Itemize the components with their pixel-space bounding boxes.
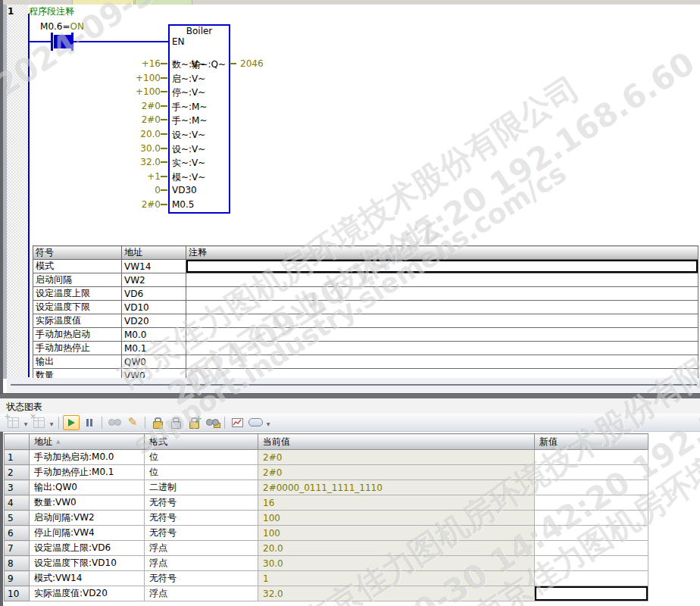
symbol-cell[interactable]: 启动间隔 bbox=[33, 273, 122, 287]
comment-cell[interactable] bbox=[186, 287, 698, 301]
current-value-column-header[interactable]: 当前值 bbox=[258, 434, 535, 450]
symbol-cell[interactable]: 设定温度上限 bbox=[33, 287, 122, 301]
comment-header[interactable]: 注释 bbox=[186, 246, 698, 260]
address-cell[interactable]: 设定温度上限:VD6 bbox=[30, 541, 145, 556]
corner-header bbox=[5, 434, 30, 450]
unforce-icon bbox=[171, 421, 181, 429]
bookmark-dropdown[interactable] bbox=[265, 417, 271, 428]
address-cell[interactable]: VD10 bbox=[122, 301, 186, 314]
output-value: 2046 bbox=[240, 58, 264, 69]
address-cell[interactable]: 手动加热启动:M0.0 bbox=[30, 450, 145, 465]
read-forced-button[interactable] bbox=[204, 415, 220, 430]
symbol-cell[interactable]: 手动加热启动 bbox=[33, 328, 122, 342]
symbol-cell[interactable]: 设定温度下限 bbox=[33, 301, 122, 314]
format-cell[interactable]: 二进制 bbox=[145, 480, 258, 495]
address-cell[interactable]: 实际温度值:VD20 bbox=[30, 586, 145, 601]
address-cell[interactable]: VD6 bbox=[122, 287, 186, 301]
row-number[interactable]: 2 bbox=[5, 465, 30, 480]
format-cell[interactable]: 无符号 bbox=[145, 511, 258, 526]
row-number[interactable]: 8 bbox=[5, 556, 30, 571]
format-cell[interactable]: 浮点 bbox=[145, 541, 258, 556]
insert-row-dropdown[interactable] bbox=[23, 417, 29, 428]
new-value-cell[interactable] bbox=[535, 480, 648, 495]
row-number[interactable]: 6 bbox=[5, 526, 30, 541]
insert-row-button[interactable] bbox=[5, 415, 21, 430]
new-value-cell[interactable] bbox=[535, 556, 648, 571]
delete-row-dropdown[interactable] bbox=[48, 417, 55, 428]
address-cell[interactable]: 设定温度下限:VD10 bbox=[30, 556, 145, 571]
row-number[interactable]: 3 bbox=[5, 480, 30, 495]
address-cell[interactable]: 手动加热停止:M0.1 bbox=[30, 465, 145, 480]
new-value-cell[interactable] bbox=[535, 526, 648, 541]
row-number[interactable]: 1 bbox=[5, 450, 30, 465]
format-cell[interactable]: 无符号 bbox=[145, 571, 258, 586]
bookmark-button[interactable] bbox=[247, 415, 264, 430]
contact-energized-fill[interactable] bbox=[54, 35, 71, 48]
address-cell[interactable]: 输出:QW0 bbox=[30, 480, 145, 495]
row-number[interactable]: 5 bbox=[5, 511, 30, 526]
format-cell[interactable]: 浮点 bbox=[145, 556, 258, 571]
row-number[interactable]: 4 bbox=[5, 495, 30, 511]
chart-status-on-button[interactable] bbox=[63, 415, 80, 430]
pin-label: 模~:V~ bbox=[172, 171, 205, 184]
comment-cell[interactable] bbox=[186, 301, 698, 314]
format-cell[interactable]: 无符号 bbox=[145, 495, 258, 511]
address-cell[interactable]: M0.0 bbox=[122, 328, 186, 342]
pin-label: 手~:M~ bbox=[172, 114, 208, 127]
new-value-cell[interactable] bbox=[535, 495, 648, 511]
address-cell[interactable]: 模式:VW14 bbox=[30, 571, 145, 586]
block-en-pin-label: EN bbox=[172, 36, 185, 47]
pin-tick bbox=[161, 161, 167, 163]
new-value-cell[interactable] bbox=[535, 450, 648, 465]
symbol-cell[interactable]: 输出 bbox=[33, 355, 122, 369]
new-value-cell-selected[interactable] bbox=[535, 586, 648, 601]
format-cell[interactable]: 无符号 bbox=[145, 526, 258, 541]
row-number[interactable]: 7 bbox=[5, 541, 30, 556]
unforce-all-button[interactable]: + bbox=[186, 415, 202, 430]
address-cell[interactable]: VD20 bbox=[122, 314, 186, 328]
pin-value: +16 bbox=[91, 58, 161, 69]
write-button[interactable]: ✎ bbox=[124, 415, 141, 430]
new-value-cell[interactable] bbox=[535, 541, 648, 556]
pin-label: 设~:V~ bbox=[172, 143, 205, 156]
unforce-button[interactable] bbox=[167, 415, 184, 430]
address-cell[interactable]: 停止间隔:VW4 bbox=[30, 526, 145, 541]
address-header[interactable]: 地址 bbox=[122, 246, 186, 260]
trend-view-button[interactable] bbox=[229, 415, 245, 430]
format-cell[interactable]: 位 bbox=[145, 465, 258, 480]
symbol-cell[interactable]: 实际温度值 bbox=[33, 314, 122, 328]
format-column-header[interactable]: 格式 bbox=[145, 434, 258, 450]
symbol-header[interactable]: 符号 bbox=[33, 246, 122, 260]
new-value-cell[interactable] bbox=[535, 511, 648, 526]
comment-cell[interactable] bbox=[186, 273, 698, 287]
network-comment[interactable]: 程序段注释 bbox=[29, 5, 74, 18]
comment-cell-selected[interactable] bbox=[186, 260, 698, 273]
row-number[interactable]: 10 bbox=[5, 586, 30, 601]
comment-cell[interactable] bbox=[186, 342, 698, 355]
address-cell[interactable]: M0.1 bbox=[122, 342, 186, 355]
format-cell[interactable]: 位 bbox=[145, 450, 258, 465]
address-cell[interactable]: 启动间隔:VW2 bbox=[30, 511, 145, 526]
comment-cell[interactable] bbox=[186, 355, 698, 369]
address-cell[interactable]: 数量:VW0 bbox=[30, 495, 145, 511]
pause-chart-button[interactable] bbox=[81, 415, 98, 430]
horizontal-scrollbar[interactable] bbox=[7, 378, 700, 393]
comment-cell[interactable] bbox=[186, 314, 698, 328]
address-column-header[interactable]: 地址 bbox=[30, 434, 145, 450]
address-cell[interactable]: QW0 bbox=[122, 355, 186, 369]
horizontal-scrollbar-thumb[interactable] bbox=[11, 384, 697, 386]
new-value-cell[interactable] bbox=[535, 571, 648, 586]
address-cell[interactable]: VW14 bbox=[122, 260, 186, 273]
symbol-cell[interactable]: 手动加热停止 bbox=[33, 342, 122, 355]
new-value-cell[interactable] bbox=[535, 465, 648, 480]
comment-cell[interactable] bbox=[186, 328, 698, 342]
symbol-cell[interactable]: 模式 bbox=[33, 260, 122, 273]
new-value-column-header[interactable]: 新值 bbox=[535, 434, 648, 450]
force-button[interactable] bbox=[149, 415, 166, 430]
row-number[interactable]: 9 bbox=[5, 571, 30, 586]
contact-status-value: ON bbox=[70, 21, 84, 32]
format-cell[interactable]: 浮点 bbox=[145, 586, 258, 601]
address-cell[interactable]: VW2 bbox=[122, 273, 186, 287]
read-button[interactable] bbox=[106, 415, 123, 430]
delete-row-button[interactable] bbox=[30, 415, 47, 430]
